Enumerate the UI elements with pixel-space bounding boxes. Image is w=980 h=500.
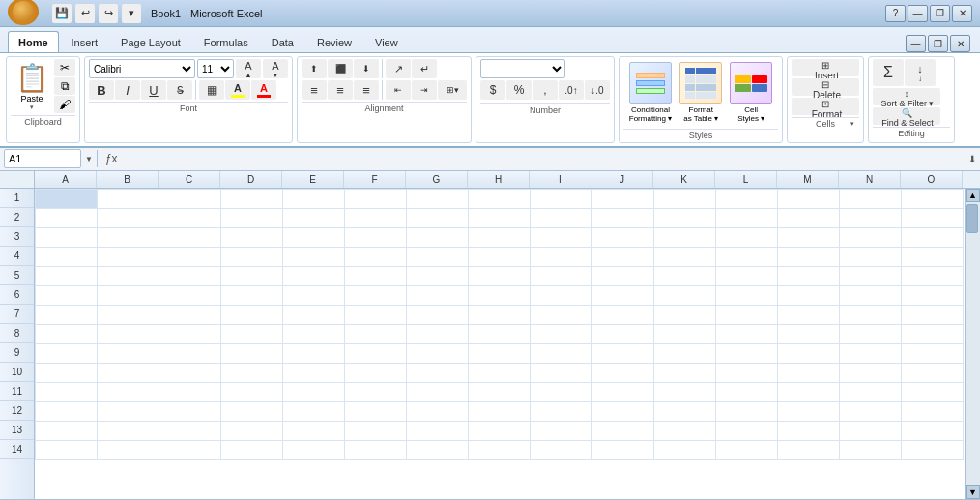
cell-B4[interactable] <box>98 247 159 266</box>
cell-B2[interactable] <box>98 208 159 227</box>
cell-L12[interactable] <box>716 401 778 421</box>
copy-button[interactable]: ⧉ <box>54 77 75 95</box>
underline-button[interactable]: U <box>141 80 166 100</box>
cell-I2[interactable] <box>531 208 592 227</box>
cell-E1[interactable] <box>283 189 345 208</box>
cell-O6[interactable] <box>902 285 964 305</box>
cell-J3[interactable] <box>592 227 654 247</box>
cell-J11[interactable] <box>592 382 654 401</box>
merge-button[interactable]: ⊞▾ <box>438 80 467 100</box>
cell-L14[interactable] <box>716 440 778 459</box>
cell-C8[interactable] <box>159 324 221 343</box>
cell-A6[interactable] <box>36 285 98 305</box>
cell-I3[interactable] <box>531 227 592 247</box>
border-button[interactable]: ▦ <box>199 80 224 100</box>
cell-K14[interactable] <box>654 440 716 459</box>
center-align-button[interactable]: ≡ <box>328 80 353 100</box>
cell-M8[interactable] <box>778 324 840 343</box>
cell-E10[interactable] <box>283 363 345 382</box>
row-header-2[interactable]: 2 <box>0 208 34 227</box>
cell-B13[interactable] <box>98 421 159 440</box>
sum-button[interactable]: Σ <box>873 59 904 86</box>
cell-D12[interactable] <box>221 401 283 421</box>
cell-D10[interactable] <box>221 363 283 382</box>
cell-H8[interactable] <box>469 324 531 343</box>
cell-H7[interactable] <box>469 305 531 324</box>
cell-M3[interactable] <box>778 227 840 247</box>
cell-O9[interactable] <box>902 343 964 363</box>
cell-K7[interactable] <box>654 305 716 324</box>
cell-H5[interactable] <box>469 266 531 285</box>
fill-button[interactable]: ↓ ↓ <box>905 59 936 86</box>
cell-O3[interactable] <box>902 227 964 247</box>
bottom-align-button[interactable]: ⬇ <box>354 59 379 78</box>
cell-H14[interactable] <box>469 440 531 459</box>
cell-O2[interactable] <box>902 208 964 227</box>
cell-N1[interactable] <box>840 189 902 208</box>
cell-J7[interactable] <box>592 305 654 324</box>
row-header-1[interactable]: 1 <box>0 189 34 208</box>
col-header-f[interactable]: F <box>344 171 406 188</box>
col-header-n[interactable]: N <box>839 171 901 188</box>
col-header-h[interactable]: H <box>468 171 530 188</box>
cell-F10[interactable] <box>345 363 407 382</box>
cell-D14[interactable] <box>221 440 283 459</box>
decrease-indent-button[interactable]: ⇤ <box>386 80 411 100</box>
col-header-d[interactable]: D <box>220 171 282 188</box>
cell-L3[interactable] <box>716 227 778 247</box>
cell-A7[interactable] <box>36 305 98 324</box>
cell-C4[interactable] <box>159 247 221 266</box>
cell-F3[interactable] <box>345 227 407 247</box>
cell-F14[interactable] <box>345 440 407 459</box>
increase-decimal-button[interactable]: .0↑ <box>559 80 584 100</box>
cell-N11[interactable] <box>840 382 902 401</box>
cell-J12[interactable] <box>592 401 654 421</box>
cell-J4[interactable] <box>592 247 654 266</box>
cell-F11[interactable] <box>345 382 407 401</box>
cell-I14[interactable] <box>531 440 592 459</box>
cell-J8[interactable] <box>592 324 654 343</box>
cell-I10[interactable] <box>531 363 592 382</box>
cell-A10[interactable] <box>36 363 98 382</box>
cell-L6[interactable] <box>716 285 778 305</box>
cell-G10[interactable] <box>407 363 469 382</box>
cell-N7[interactable] <box>840 305 902 324</box>
cell-I7[interactable] <box>531 305 592 324</box>
cell-D11[interactable] <box>221 382 283 401</box>
cell-B7[interactable] <box>98 305 159 324</box>
formula-function-button[interactable]: ƒx <box>101 152 122 165</box>
strikethrough-button[interactable]: S̶ <box>167 80 192 100</box>
cell-J9[interactable] <box>592 343 654 363</box>
cell-D6[interactable] <box>221 285 283 305</box>
cell-L7[interactable] <box>716 305 778 324</box>
cell-I1[interactable] <box>531 189 592 208</box>
orientation-button[interactable]: ↗ <box>386 59 411 78</box>
increase-indent-button[interactable]: ⇥ <box>412 80 437 100</box>
cell-K1[interactable] <box>654 189 716 208</box>
cell-M12[interactable] <box>778 401 840 421</box>
cell-O13[interactable] <box>902 421 964 440</box>
cell-J2[interactable] <box>592 208 654 227</box>
cell-L1[interactable] <box>716 189 778 208</box>
cell-M10[interactable] <box>778 363 840 382</box>
cell-M5[interactable] <box>778 266 840 285</box>
cell-I5[interactable] <box>531 266 592 285</box>
help-button[interactable]: ? <box>885 5 906 22</box>
cell-H2[interactable] <box>469 208 531 227</box>
cell-E6[interactable] <box>283 285 345 305</box>
col-header-c[interactable]: C <box>159 171 220 188</box>
cell-F1[interactable] <box>345 189 407 208</box>
cell-F9[interactable] <box>345 343 407 363</box>
cell-B11[interactable] <box>98 382 159 401</box>
cell-G12[interactable] <box>407 401 469 421</box>
middle-align-button[interactable]: ⬛ <box>328 59 353 78</box>
col-header-l[interactable]: L <box>715 171 777 188</box>
cell-L9[interactable] <box>716 343 778 363</box>
cell-C11[interactable] <box>159 382 221 401</box>
cell-H1[interactable] <box>469 189 531 208</box>
percent-button[interactable]: % <box>506 80 532 100</box>
col-header-b[interactable]: B <box>97 171 159 188</box>
cell-K11[interactable] <box>654 382 716 401</box>
cell-B12[interactable] <box>98 401 159 421</box>
cell-H12[interactable] <box>469 401 531 421</box>
